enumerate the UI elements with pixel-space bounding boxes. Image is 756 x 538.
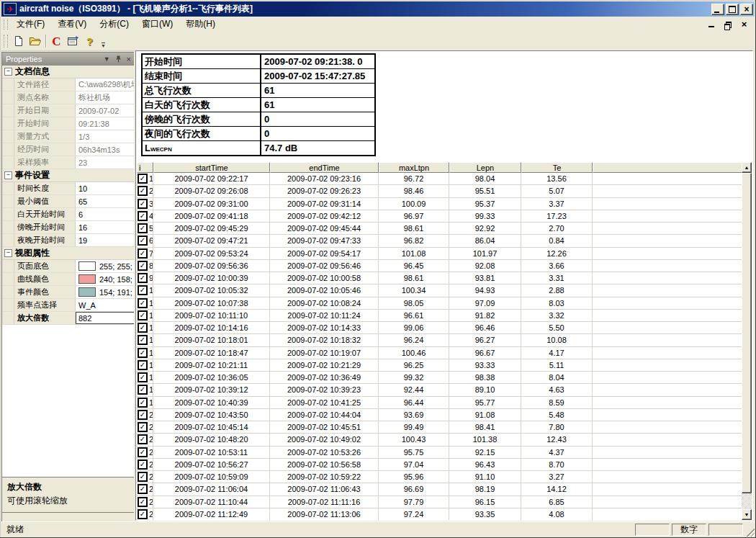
grid-row-13[interactable]: ✓132009-07-02 10:14:162009-07-02 10:14:3…: [137, 322, 742, 334]
grid-row-12[interactable]: ✓122009-07-02 10:11:102009-07-02 10:11:2…: [137, 310, 742, 322]
scroll-down-button[interactable]: ▼: [742, 509, 752, 520]
property-value[interactable]: 6: [76, 208, 135, 220]
property-row[interactable]: 测量方式1/3: [2, 130, 135, 143]
new-document-button[interactable]: [10, 33, 27, 49]
grid-header-Te[interactable]: Te: [521, 162, 593, 173]
row-checkbox[interactable]: ✓: [138, 348, 148, 358]
grid-row-27[interactable]: ✓272009-07-02 11:10:442009-07-02 11:11:1…: [137, 496, 742, 508]
property-value[interactable]: W_A: [76, 299, 135, 311]
grid-row-25[interactable]: ✓252009-07-02 10:59:092009-07-02 10:59:2…: [137, 471, 742, 483]
property-value[interactable]: 2009-07-02: [76, 104, 135, 117]
property-row[interactable]: 频率点选择W_A: [2, 299, 135, 312]
grid-row-5[interactable]: ✓52009-07-02 09:45:292009-07-02 09:45:44…: [137, 223, 742, 235]
grid-header-startTime[interactable]: startTime: [153, 162, 270, 173]
grid-row-10[interactable]: ✓102009-07-02 10:05:322009-07-02 10:05:4…: [137, 284, 742, 297]
grid-row-17[interactable]: ✓172009-07-02 10:36:052009-07-02 10:36:4…: [137, 372, 742, 384]
child-close-button[interactable]: ×: [739, 20, 749, 29]
property-row[interactable]: 最小阈值65: [2, 195, 135, 208]
collapse-toggle-icon[interactable]: −: [4, 171, 12, 179]
row-checkbox[interactable]: ✓: [138, 236, 148, 246]
row-checkbox[interactable]: ✓: [138, 298, 148, 308]
row-checkbox[interactable]: ✓: [138, 248, 148, 259]
property-row[interactable]: 采样频率23: [2, 156, 135, 169]
property-value[interactable]: 255; 255; 25: [76, 260, 135, 272]
row-checkbox[interactable]: ✓: [138, 360, 148, 370]
open-file-button[interactable]: [27, 33, 43, 49]
property-value[interactable]: 栎社机场: [76, 91, 135, 104]
property-value[interactable]: 882: [76, 312, 135, 324]
grid-header-filler[interactable]: [593, 162, 742, 173]
vertical-scrollbar[interactable]: ▲ ▼: [742, 162, 752, 520]
grid-row-6[interactable]: ✓62009-07-02 09:47:212009-07-02 09:47:33…: [137, 235, 742, 247]
row-checkbox[interactable]: ✓: [138, 199, 148, 209]
grid-row-21[interactable]: ✓212009-07-02 10:45:142009-07-02 10:45:5…: [137, 421, 742, 434]
row-checkbox[interactable]: ✓: [138, 285, 148, 295]
property-value[interactable]: 06h34m13s: [76, 143, 135, 156]
collapse-toggle-icon[interactable]: −: [4, 249, 12, 257]
child-minimize-button[interactable]: [706, 20, 716, 29]
grid-header-Lepn[interactable]: Lepn: [449, 162, 521, 173]
grid-row-22[interactable]: ✓222009-07-02 10:48:202009-07-02 10:49:0…: [137, 434, 742, 446]
row-checkbox[interactable]: ✓: [138, 372, 148, 382]
toolbar-grip-handle[interactable]: [4, 35, 8, 48]
row-checkbox[interactable]: ✓: [138, 223, 148, 233]
row-checkbox[interactable]: ✓: [138, 509, 148, 519]
menu-item-window[interactable]: 窗口(W): [135, 17, 179, 32]
property-row[interactable]: 开始时间09:21:38: [2, 117, 135, 130]
menu-item-analysis[interactable]: 分析(C): [93, 17, 135, 32]
property-row[interactable]: 测点名称栎社机场: [2, 91, 135, 104]
property-value[interactable]: 09:21:38: [76, 117, 135, 130]
grid-header-i[interactable]: i: [137, 162, 153, 173]
row-checkbox[interactable]: ✓: [138, 335, 148, 345]
row-checkbox[interactable]: ✓: [138, 497, 148, 507]
row-checkbox[interactable]: ✓: [138, 410, 148, 420]
scroll-up-button[interactable]: ▲: [742, 162, 752, 173]
row-checkbox[interactable]: ✓: [138, 174, 148, 184]
row-checkbox[interactable]: ✓: [138, 422, 148, 432]
row-checkbox[interactable]: ✓: [138, 447, 148, 457]
resize-grip[interactable]: [745, 527, 755, 537]
scrollbar-thumb[interactable]: [742, 173, 752, 493]
close-button[interactable]: ×: [740, 4, 753, 15]
property-value[interactable]: C:\awa6298\机场: [76, 79, 135, 91]
grid-row-23[interactable]: ✓232009-07-02 10:53:112009-07-02 10:53:2…: [137, 447, 742, 459]
menu-item-view[interactable]: 查看(V): [51, 17, 93, 32]
property-value[interactable]: 19: [76, 234, 135, 246]
menu-item-file[interactable]: 文件(F): [10, 17, 51, 32]
property-value[interactable]: 240; 158; 15: [76, 273, 135, 285]
row-checkbox[interactable]: ✓: [138, 261, 148, 271]
grid-row-2[interactable]: ✓22009-07-02 09:26:082009-07-02 09:26:23…: [137, 185, 742, 197]
calibration-button[interactable]: C: [48, 33, 65, 49]
help-button[interactable]: ?: [81, 33, 98, 49]
grid-row-9[interactable]: ✓92009-07-02 10:00:392009-07-02 10:00:58…: [137, 272, 742, 284]
grid-row-15[interactable]: ✓152009-07-02 10:18:472009-07-02 10:19:0…: [137, 347, 742, 359]
grid-row-1[interactable]: ✓12009-07-02 09:22:172009-07-02 09:23:16…: [137, 173, 742, 185]
row-checkbox[interactable]: ✓: [138, 273, 148, 283]
minimize-button[interactable]: [711, 4, 724, 15]
collapse-toggle-icon[interactable]: −: [4, 68, 12, 76]
property-row[interactable]: 事件颜色154; 191; 18: [2, 286, 135, 299]
property-row[interactable]: 页面底色255; 255; 25: [2, 260, 135, 273]
row-checkbox[interactable]: ✓: [138, 472, 148, 482]
grid-row-8[interactable]: ✓82009-07-02 09:56:362009-07-02 09:56:46…: [137, 260, 742, 272]
property-value[interactable]: 16: [76, 221, 135, 233]
grid-header-maxLtpn[interactable]: maxLtpn: [379, 162, 449, 173]
property-row[interactable]: 放大倍数882: [2, 312, 135, 325]
panel-close-icon[interactable]: ×: [127, 56, 131, 63]
grid-row-26[interactable]: ✓262009-07-02 11:06:042009-07-02 11:06:4…: [137, 483, 742, 496]
menu-item-help[interactable]: 帮助(H): [179, 17, 222, 32]
toolbar-overflow-button[interactable]: ▼: [99, 33, 107, 50]
menu-grip-handle[interactable]: [4, 19, 8, 30]
grid-row-14[interactable]: ✓142009-07-02 10:18:012009-07-02 10:18:3…: [137, 334, 742, 346]
property-row[interactable]: 时间长度10: [2, 182, 135, 195]
row-checkbox[interactable]: ✓: [138, 484, 148, 494]
property-value[interactable]: 65: [76, 195, 135, 207]
row-checkbox[interactable]: ✓: [138, 323, 148, 333]
property-value[interactable]: 1/3: [76, 130, 135, 143]
row-checkbox[interactable]: ✓: [138, 385, 148, 395]
row-checkbox[interactable]: ✓: [138, 398, 148, 408]
pin-icon[interactable]: [115, 55, 122, 63]
grid-row-3[interactable]: ✓32009-07-02 09:31:002009-07-02 09:31:14…: [137, 198, 742, 210]
row-checkbox[interactable]: ✓: [138, 186, 148, 196]
grid-row-11[interactable]: ✓112009-07-02 10:07:382009-07-02 10:08:2…: [137, 297, 742, 310]
